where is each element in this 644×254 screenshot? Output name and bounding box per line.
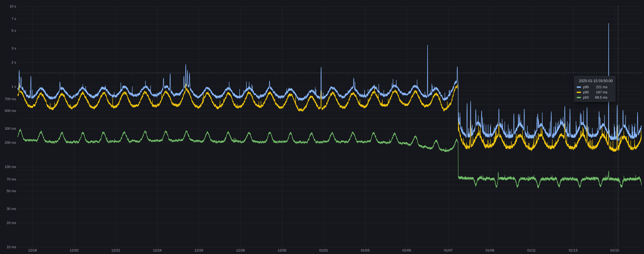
x-axis-tick-label: 01/03 — [355, 249, 375, 252]
tooltip-timestamp: 2025-01-15 03:50:00 — [579, 79, 612, 83]
x-axis-tick-label: 01/05 — [397, 249, 417, 252]
x-axis-tick-label: 12/18 — [22, 249, 43, 252]
x-axis-tick-label: 01/09 — [480, 249, 500, 252]
x-axis-tick-label: 12/26 — [189, 249, 209, 252]
y-axis-tick-label: 700 ms — [1, 97, 16, 101]
y-axis-tick-label: 5 s — [1, 29, 16, 32]
y-axis-tick-label: 100 ms — [1, 165, 16, 169]
y-axis-tick-label: 1 s — [1, 85, 16, 89]
y-axis-tick-label: 10 ms — [1, 245, 16, 249]
x-axis-tick-label: 01/13 — [563, 249, 583, 252]
p95-series-swatch — [577, 86, 581, 88]
y-axis-tick-label: 20 ms — [1, 221, 16, 225]
x-axis-tick-label: 12/28 — [230, 249, 251, 252]
y-axis-tick-label: 2 s — [1, 61, 16, 64]
y-axis-tick-label: 500 ms — [1, 109, 16, 113]
p90-series-label: p90 — [583, 90, 589, 94]
x-axis-tick-label: 01/01 — [314, 249, 334, 252]
x-axis-tick-label: 12/30 — [272, 249, 292, 252]
y-axis-tick-label: 30 ms — [1, 207, 16, 211]
y-axis-tick-label: 3 s — [1, 46, 16, 50]
p50-series-value: 69.5 ms — [595, 95, 608, 100]
tooltip-row-p90: p90 167 ms — [577, 90, 612, 95]
chart-tooltip: 2025-01-15 03:50:00 p95 221 ms p90 167 m… — [574, 76, 616, 102]
y-axis-tick-label: 50 ms — [1, 189, 16, 193]
tooltip-row-p95: p95 221 ms — [577, 84, 612, 90]
y-axis-tick-label: 70 ms — [1, 177, 16, 181]
y-axis-tick-label: 7 s — [1, 17, 16, 21]
x-axis-tick-label: 12/22 — [106, 249, 126, 252]
p95-series-value: 221 ms — [596, 85, 608, 89]
y-axis-tick-label: 200 ms — [1, 141, 16, 144]
y-axis-tick-label: 300 ms — [1, 127, 16, 130]
p50-series-swatch — [577, 97, 581, 98]
timeseries-plot-canvas[interactable] — [0, 0, 644, 254]
p95-series-label: p95 — [583, 85, 589, 89]
p90-series-swatch — [577, 92, 581, 93]
x-axis-tick-label: 01/15 — [604, 249, 625, 252]
y-axis-tick-label: 10 s — [1, 4, 16, 8]
x-axis-tick-label: 12/20 — [64, 249, 84, 252]
timeseries-panel: 10 s7 s5 s3 s2 s1 s700 ms500 ms300 ms200… — [0, 0, 644, 254]
x-axis-tick-label: 12/24 — [147, 249, 168, 252]
p90-series-value: 167 ms — [596, 90, 608, 94]
x-axis-tick-label: 01/07 — [438, 249, 458, 252]
x-axis-tick-label: 01/11 — [521, 249, 542, 252]
p50-series-label: p50 — [583, 95, 589, 100]
tooltip-row-p50: p50 69.5 ms — [577, 95, 612, 100]
